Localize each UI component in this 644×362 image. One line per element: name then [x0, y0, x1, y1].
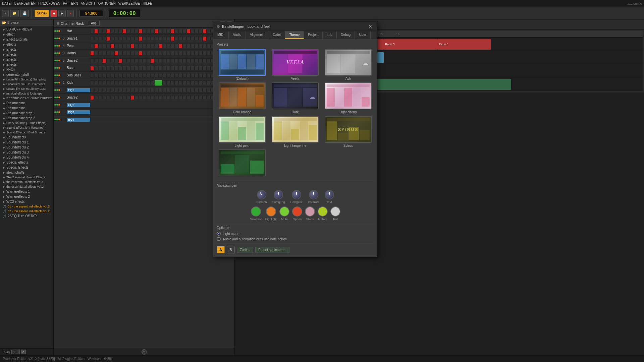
pad[interactable] — [143, 66, 146, 70]
pad[interactable] — [147, 80, 150, 85]
pad[interactable] — [102, 80, 106, 85]
pad[interactable] — [199, 95, 203, 100]
pad[interactable] — [199, 66, 203, 70]
pad[interactable] — [207, 29, 211, 34]
browser-item[interactable]: ▶steamchuffs — [0, 170, 53, 175]
pad[interactable] — [126, 95, 130, 100]
pad[interactable] — [167, 51, 170, 56]
pad[interactable] — [179, 88, 182, 93]
pad[interactable] — [102, 88, 106, 93]
pad[interactable] — [191, 29, 195, 34]
pad[interactable] — [163, 51, 166, 56]
pad[interactable] — [203, 29, 207, 34]
pad[interactable] — [98, 58, 102, 63]
pad[interactable] — [195, 36, 199, 41]
pad[interactable] — [191, 66, 195, 70]
pad[interactable] — [167, 73, 170, 78]
pad[interactable] — [98, 51, 102, 56]
pad[interactable] — [114, 66, 118, 70]
channel-name[interactable]: Hat — [67, 29, 90, 33]
pad[interactable] — [139, 88, 142, 93]
pad[interactable] — [203, 44, 207, 48]
browser-item[interactable]: ▶Sound Effects..I Bird Sounds — [0, 130, 53, 135]
pad[interactable] — [102, 66, 106, 70]
pad[interactable] — [94, 29, 98, 34]
tab-midi[interactable]: MIDI — [213, 31, 229, 39]
pad[interactable] — [163, 29, 166, 34]
farbton-knob[interactable] — [255, 188, 268, 201]
pad[interactable] — [90, 80, 94, 85]
pad[interactable] — [106, 95, 110, 100]
pad[interactable] — [106, 44, 110, 48]
pad[interactable] — [171, 58, 174, 63]
pad[interactable] — [182, 80, 186, 85]
pad[interactable] — [118, 95, 122, 100]
pad[interactable] — [195, 44, 199, 48]
pad[interactable] — [122, 88, 126, 93]
pad[interactable] — [179, 66, 182, 70]
pad[interactable] — [126, 80, 130, 85]
pad[interactable] — [155, 36, 158, 41]
pad[interactable] — [122, 80, 126, 85]
pad[interactable] — [187, 73, 191, 78]
pad[interactable] — [199, 80, 202, 85]
pad[interactable] — [139, 51, 142, 56]
browser-item[interactable]: ▶Effect tutorials — [0, 37, 53, 42]
bpm-display[interactable]: 94.000 — [79, 10, 103, 17]
pad[interactable] — [106, 36, 110, 41]
pad[interactable] — [118, 44, 122, 48]
browser-item[interactable]: ▶Riff machine — [0, 101, 53, 106]
pad[interactable] — [155, 66, 158, 70]
pad[interactable] — [139, 66, 142, 70]
pad[interactable] — [106, 51, 110, 56]
pad[interactable] — [187, 58, 191, 63]
preset-lighttangerine[interactable]: Light tangerine — [270, 116, 321, 147]
pad[interactable] — [114, 73, 118, 78]
pad[interactable] — [102, 36, 106, 41]
pad[interactable] — [98, 66, 102, 70]
pad[interactable] — [199, 44, 203, 48]
pad[interactable] — [94, 66, 98, 70]
pad[interactable] — [163, 73, 166, 78]
tab-projekt[interactable]: Projekt — [304, 31, 323, 39]
pad[interactable] — [167, 95, 170, 100]
browser-item[interactable]: ▶Effects — [0, 57, 53, 62]
pad[interactable] — [147, 51, 150, 56]
preset-dark[interactable]: ☁ Dark — [270, 82, 321, 114]
pad[interactable] — [203, 66, 207, 70]
pad[interactable] — [203, 80, 206, 85]
pad[interactable] — [183, 44, 186, 48]
pad[interactable] — [143, 44, 146, 48]
pad[interactable] — [183, 36, 186, 41]
pad[interactable] — [203, 36, 207, 41]
color-mute[interactable]: Mute — [279, 206, 289, 221]
pad[interactable] — [187, 95, 191, 100]
pad[interactable] — [114, 80, 118, 85]
pad[interactable] — [163, 36, 166, 41]
pad[interactable] — [175, 58, 178, 63]
pad[interactable] — [94, 44, 98, 48]
pad[interactable] — [179, 58, 182, 63]
stop-button[interactable]: ■ — [50, 10, 57, 17]
pad[interactable] — [195, 51, 199, 56]
pad[interactable] — [167, 29, 170, 34]
pad[interactable] — [90, 36, 94, 41]
pad[interactable] — [106, 88, 110, 93]
pad[interactable] — [155, 88, 158, 93]
pad[interactable] — [179, 73, 182, 78]
option-color-swatch[interactable] — [292, 206, 302, 217]
pad[interactable] — [171, 44, 174, 48]
pad[interactable] — [195, 58, 199, 63]
mute-color-swatch[interactable] — [279, 206, 289, 217]
preset-custom[interactable] — [217, 149, 268, 177]
browser-item[interactable]: ▶generator_stuff — [0, 72, 53, 77]
preset-default[interactable]: (Default) — [217, 49, 268, 80]
pad[interactable] — [159, 58, 162, 63]
pad[interactable] — [155, 51, 158, 56]
steps-color-swatch[interactable] — [305, 206, 315, 217]
pad[interactable] — [110, 58, 114, 63]
pad[interactable] — [183, 58, 186, 63]
menu-hinzufuegen[interactable]: HINZUFÜGEN — [38, 2, 60, 5]
pad[interactable] — [178, 80, 182, 85]
pad[interactable] — [151, 95, 154, 100]
